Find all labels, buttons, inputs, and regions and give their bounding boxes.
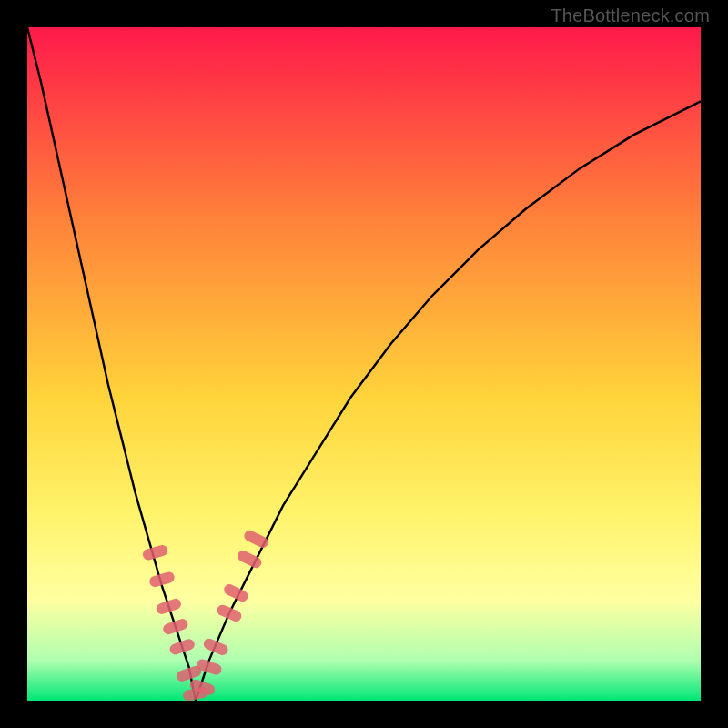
chart-svg — [27, 27, 701, 701]
gradient-background — [27, 27, 701, 701]
plot-area — [27, 27, 701, 701]
chart-frame: TheBottleneck.com — [0, 0, 728, 728]
watermark-text: TheBottleneck.com — [551, 5, 710, 26]
